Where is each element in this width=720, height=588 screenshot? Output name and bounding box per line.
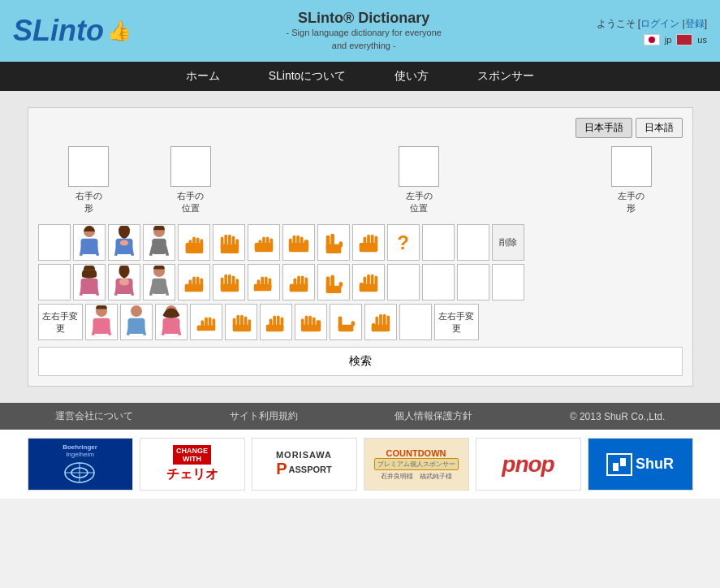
sponsor-cherio[interactable]: CHANGEWITH チェリオ	[140, 438, 245, 491]
grid-cell-r3-hand4[interactable]	[295, 304, 327, 340]
sponsor-shur[interactable]: ShuR	[588, 438, 693, 491]
delete-button[interactable]: 削除	[492, 224, 524, 261]
grid-cell-empty-3[interactable]	[457, 224, 489, 261]
icon-grid: ? 削除	[38, 224, 683, 340]
left-pos-label: 左手の位置	[406, 190, 433, 214]
sponsor-pnop[interactable]: pnop	[476, 438, 581, 491]
sponsor-boehringer[interactable]: Boehringer Ingelheim	[28, 438, 133, 491]
grid-cell-r3-person1[interactable]	[85, 304, 118, 340]
person-icon-2c	[144, 266, 174, 300]
grid-cell-r3-hand3[interactable]	[260, 304, 292, 340]
hand-open-1f	[357, 229, 380, 257]
grid-cell-r2-empty2[interactable]	[387, 264, 420, 300]
lang-btn-nihongo[interactable]: 日本語	[636, 118, 683, 138]
lang-us[interactable]: us	[697, 35, 707, 45]
svg-rect-113	[338, 324, 353, 331]
grid-cell-r3-person2[interactable]	[120, 304, 153, 340]
nav-about[interactable]: SLintoについて	[269, 69, 347, 84]
svg-rect-75	[338, 282, 343, 288]
search-button[interactable]: 検索	[38, 347, 683, 376]
flag-us	[676, 34, 692, 45]
grid-row-2	[38, 264, 683, 300]
footer-link-company[interactable]: 運営会社について	[55, 409, 133, 423]
svg-rect-99	[232, 324, 250, 331]
grid-cell-r2-hand5[interactable]	[317, 264, 350, 300]
grid-cell-r2-person3[interactable]	[143, 264, 175, 300]
grid-cell-person-1a[interactable]	[73, 224, 106, 261]
grid-cell-r2-empty3[interactable]	[422, 264, 455, 300]
hand-r2-5	[322, 269, 345, 296]
grid-cell-question[interactable]: ?	[387, 224, 420, 261]
grid-cell-empty-2[interactable]	[422, 224, 455, 261]
nav-sponsor[interactable]: スポンサー	[477, 69, 534, 84]
left-switch-label[interactable]: 左右手変更	[38, 304, 83, 340]
svg-rect-71	[289, 283, 307, 291]
sponsor-morisawa[interactable]: MORISAWA P ASSPORT	[252, 438, 357, 491]
grid-cell-hand-1d[interactable]	[282, 224, 315, 261]
svg-rect-33	[326, 244, 341, 253]
grid-cell-r2-empty1[interactable]	[38, 264, 71, 300]
person-icon-3a	[87, 305, 116, 339]
left-shape-label: 左手の形	[618, 190, 645, 214]
footer-link-privacy[interactable]: 個人情報保護方針	[394, 409, 472, 423]
logo-text: SLinto	[13, 14, 104, 48]
grid-cell-hand-1e[interactable]	[317, 224, 350, 261]
lang-jp[interactable]: jp	[665, 35, 672, 45]
right-pos-box[interactable]	[170, 146, 211, 187]
grid-cell-r2-hand6[interactable]	[352, 264, 385, 300]
nav-howto[interactable]: 使い方	[394, 69, 429, 84]
grid-cell-r2-empty5[interactable]	[492, 264, 524, 300]
person-icon-2a	[75, 266, 104, 300]
right-switch-label[interactable]: 左右手変更	[434, 304, 479, 340]
shur-logo-icon	[611, 456, 627, 473]
grid-cell-hand-1a[interactable]	[178, 224, 210, 261]
right-shape-box[interactable]	[68, 146, 109, 187]
header-right: ようこそ [ログイン |登録] jp us	[597, 17, 707, 45]
boehringer-logo-icon	[63, 461, 96, 484]
grid-cell-r3-hand5[interactable]	[330, 304, 362, 340]
grid-cell-r3-hand1[interactable]	[190, 304, 222, 340]
svg-rect-12	[185, 243, 202, 253]
grid-cell-r3-person3[interactable]	[155, 304, 188, 340]
left-pos-box[interactable]	[399, 146, 439, 187]
nav-home[interactable]: ホーム	[186, 69, 220, 84]
lang-btn-nihon-shuwa[interactable]: 日本手語	[576, 118, 632, 138]
grid-cell-person-1c[interactable]	[143, 224, 175, 261]
hand-positions: 右手の形 右手の位置 左手の位置 左手の形	[38, 146, 683, 214]
grid-cell-r2-hand3[interactable]	[248, 264, 280, 300]
grid-cell-hand-1b[interactable]	[213, 224, 245, 261]
person-icon-1b	[110, 226, 139, 260]
person-icon-3b	[122, 305, 151, 339]
hand-r3-5	[334, 309, 357, 336]
grid-cell-hand-1f[interactable]	[352, 224, 385, 261]
login-link[interactable]: ログイン	[640, 18, 679, 29]
hand-open-1a	[183, 229, 205, 257]
grid-cell-r3-hand6[interactable]	[364, 304, 397, 340]
grid-cell-r2-empty4[interactable]	[457, 264, 489, 300]
grid-cell-person-1b[interactable]	[108, 224, 140, 261]
grid-cell-r2-person2[interactable]	[108, 264, 140, 300]
grid-cell-empty-1[interactable]	[38, 224, 71, 261]
grid-cell-r2-hand2[interactable]	[213, 264, 245, 300]
grid-cell-r2-hand4[interactable]	[282, 264, 315, 300]
hand-r3-4	[300, 309, 322, 336]
grid-cell-hand-1c[interactable]	[248, 224, 280, 261]
footer-link-terms[interactable]: サイト利用規約	[230, 409, 298, 423]
svg-point-84	[131, 305, 142, 317]
svg-point-45	[119, 278, 128, 285]
svg-rect-105	[265, 324, 282, 331]
grid-cell-r2-person1[interactable]	[73, 264, 106, 300]
hand-open-1d	[287, 229, 310, 257]
grid-cell-r2-hand1[interactable]	[178, 264, 210, 300]
nav: ホーム SLintoについて 使い方 スポンサー	[0, 62, 720, 91]
register-link[interactable]: 登録	[685, 18, 705, 29]
footer-copyright: © 2013 ShuR Co.,Ltd.	[570, 411, 666, 422]
grid-cell-r3-hand2[interactable]	[225, 304, 257, 340]
logo-area: SLinto 👍	[13, 14, 131, 48]
header-center: SLinto® Dictionary - Sign language dicti…	[287, 10, 442, 52]
left-shape-box[interactable]	[611, 146, 652, 187]
sponsor-countdown[interactable]: COUNTDOWN プレミアム個人スポンサー 石井良明様 福武純子様	[364, 438, 469, 491]
right-pos-slot: 右手の位置	[170, 146, 211, 214]
grid-cell-r3-empty1[interactable]	[399, 304, 432, 340]
svg-rect-59	[220, 283, 238, 291]
